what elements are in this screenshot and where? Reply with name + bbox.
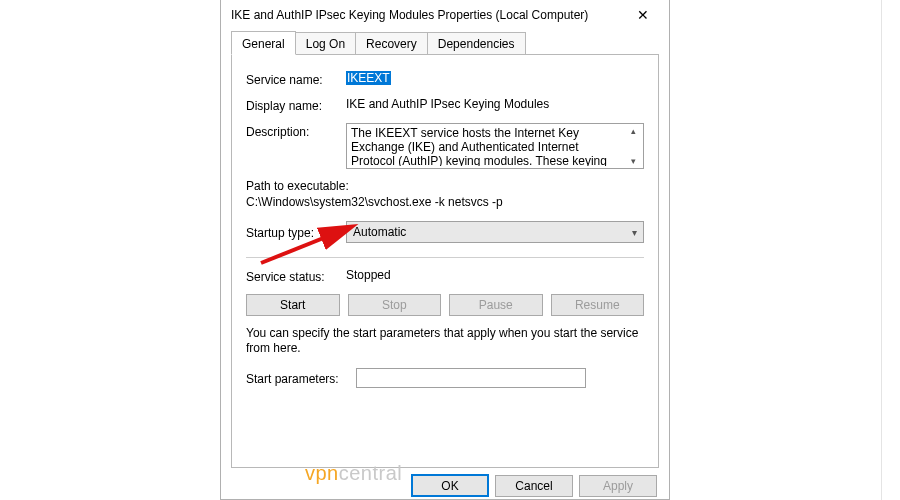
tab-general[interactable]: General bbox=[231, 31, 296, 55]
dialog-footer-buttons: OK Cancel Apply bbox=[221, 474, 669, 500]
row-display-name: Display name: IKE and AuthIP IPsec Keyin… bbox=[246, 97, 644, 113]
start-parameters-label: Start parameters: bbox=[246, 370, 356, 386]
service-status-label: Service status: bbox=[246, 268, 346, 284]
watermark-part2: central bbox=[339, 462, 403, 484]
description-label: Description: bbox=[246, 123, 346, 139]
display-name-label: Display name: bbox=[246, 97, 346, 113]
close-button[interactable]: ✕ bbox=[623, 2, 663, 28]
service-status-value: Stopped bbox=[346, 268, 644, 282]
general-panel: Service name: IKEEXT Display name: IKE a… bbox=[231, 54, 659, 468]
apply-button: Apply bbox=[579, 475, 657, 497]
start-button[interactable]: Start bbox=[246, 294, 340, 316]
tab-dependencies[interactable]: Dependencies bbox=[427, 32, 526, 54]
service-properties-dialog: IKE and AuthIP IPsec Keying Modules Prop… bbox=[220, 0, 670, 500]
watermark-part1: vpn bbox=[305, 462, 339, 484]
outer-border bbox=[881, 0, 882, 500]
tabs: General Log On Recovery Dependencies bbox=[221, 30, 669, 54]
display-name-value: IKE and AuthIP IPsec Keying Modules bbox=[346, 97, 644, 111]
separator bbox=[246, 257, 644, 258]
scroll-up-icon[interactable]: ▴ bbox=[631, 127, 636, 135]
service-name-label: Service name: bbox=[246, 71, 346, 87]
window-title: IKE and AuthIP IPsec Keying Modules Prop… bbox=[231, 8, 623, 22]
chevron-down-icon: ▾ bbox=[632, 227, 637, 238]
pause-button: Pause bbox=[449, 294, 543, 316]
row-service-name: Service name: IKEEXT bbox=[246, 71, 644, 87]
row-service-status: Service status: Stopped bbox=[246, 268, 644, 284]
service-name-value[interactable]: IKEEXT bbox=[346, 71, 644, 85]
resume-button: Resume bbox=[551, 294, 645, 316]
path-value: C:\Windows\system32\svchost.exe -k netsv… bbox=[246, 195, 644, 209]
stop-button: Stop bbox=[348, 294, 442, 316]
service-control-buttons: Start Stop Pause Resume bbox=[246, 294, 644, 316]
ok-button[interactable]: OK bbox=[411, 474, 489, 497]
close-icon: ✕ bbox=[637, 7, 649, 23]
row-description: Description: The IKEEXT service hosts th… bbox=[246, 123, 644, 169]
service-name-selected-text: IKEEXT bbox=[346, 71, 391, 85]
row-start-parameters: Start parameters: bbox=[246, 368, 644, 388]
scroll-down-icon[interactable]: ▾ bbox=[631, 157, 636, 165]
startup-type-label: Startup type: bbox=[246, 224, 346, 240]
description-box[interactable]: The IKEEXT service hosts the Internet Ke… bbox=[346, 123, 644, 169]
start-parameters-hint: You can specify the start parameters tha… bbox=[246, 326, 644, 356]
startup-type-value: Automatic bbox=[353, 225, 406, 239]
tab-logon[interactable]: Log On bbox=[295, 32, 356, 54]
path-label: Path to executable: bbox=[246, 179, 644, 193]
row-startup-type: Startup type: Automatic ▾ bbox=[246, 221, 644, 243]
start-parameters-input[interactable] bbox=[356, 368, 586, 388]
description-text: The IKEEXT service hosts the Internet Ke… bbox=[351, 126, 625, 166]
titlebar: IKE and AuthIP IPsec Keying Modules Prop… bbox=[221, 0, 669, 30]
cancel-button[interactable]: Cancel bbox=[495, 475, 573, 497]
tab-recovery[interactable]: Recovery bbox=[355, 32, 428, 54]
watermark-logo: vpncentral bbox=[305, 462, 402, 485]
description-scrollbar[interactable]: ▴ ▾ bbox=[625, 126, 641, 166]
row-path: Path to executable: C:\Windows\system32\… bbox=[246, 179, 644, 209]
startup-type-select[interactable]: Automatic ▾ bbox=[346, 221, 644, 243]
